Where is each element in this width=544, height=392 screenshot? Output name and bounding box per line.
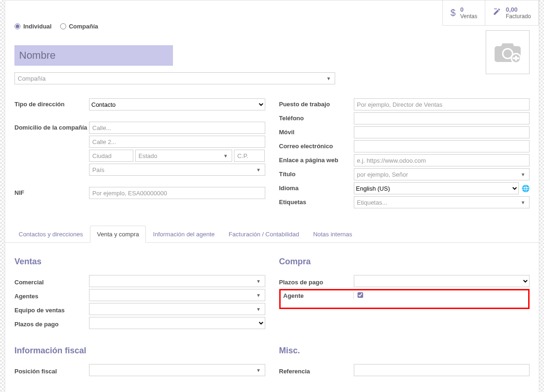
company-combo[interactable]: ▼ <box>14 72 335 84</box>
plazos-pago-venta-label: Plazos de pago <box>14 318 89 328</box>
agente-checkbox[interactable] <box>358 292 363 298</box>
posicion-fiscal-label: Posición fiscal <box>14 365 89 375</box>
estado-input[interactable] <box>136 150 220 161</box>
agentes-input[interactable] <box>90 289 253 301</box>
compra-section-title: Compra <box>279 257 530 267</box>
camera-plus-icon <box>493 41 523 64</box>
stat-ventas-label: Ventas <box>460 13 477 20</box>
dollar-icon: $ <box>450 7 455 18</box>
stat-facturado[interactable]: 0,00 Facturado <box>485 0 539 26</box>
agentes-label: Agentes <box>14 290 89 300</box>
puesto-label: Puesto de trabajo <box>279 98 354 108</box>
cp-input[interactable] <box>234 150 265 162</box>
stat-facturado-value: 0,00 <box>506 6 531 13</box>
correo-input[interactable] <box>354 140 530 152</box>
correo-label: Correo electrónico <box>279 140 354 150</box>
telefono-label: Teléfono <box>279 112 354 122</box>
dropdown-caret-icon[interactable]: ▼ <box>220 153 232 158</box>
tab-contactos[interactable]: Contactos y direcciones <box>12 226 90 243</box>
ventas-section-title: Ventas <box>14 257 265 267</box>
pais-input[interactable] <box>90 164 253 175</box>
radio-compania-input[interactable] <box>60 23 66 29</box>
comercial-combo[interactable]: ▼ <box>89 275 265 287</box>
dropdown-caret-icon[interactable]: ▼ <box>517 172 529 177</box>
puesto-input[interactable] <box>354 98 530 110</box>
posicion-fiscal-input[interactable] <box>90 364 253 376</box>
agente-label: Agente <box>283 292 353 299</box>
comercial-input[interactable] <box>90 275 253 287</box>
etiquetas-combo[interactable]: ▼ <box>354 196 530 208</box>
equipo-ventas-input[interactable] <box>90 303 253 315</box>
dropdown-caret-icon[interactable]: ▼ <box>253 167 265 172</box>
domicilio-label: Domicilio de la compañía <box>14 122 89 131</box>
radio-individual[interactable]: Individual <box>14 23 52 30</box>
tab-notas[interactable]: Notas internas <box>306 226 359 243</box>
stat-facturado-label: Facturado <box>506 13 531 20</box>
misc-title: Misc. <box>279 346 530 356</box>
globe-icon[interactable]: 🌐 <box>522 185 530 192</box>
movil-label: Móvil <box>279 126 354 136</box>
titulo-input[interactable] <box>354 169 517 180</box>
equipo-ventas-combo[interactable]: ▼ <box>89 303 265 315</box>
plazos-pago-venta-select[interactable] <box>89 317 265 329</box>
company-input[interactable] <box>15 73 323 84</box>
ciudad-input[interactable] <box>89 150 133 162</box>
posicion-fiscal-combo[interactable]: ▼ <box>89 364 265 376</box>
tab-facturacion[interactable]: Facturación / Contabilidad <box>222 226 306 243</box>
web-label: Enlace a página web <box>279 154 354 164</box>
movil-input[interactable] <box>354 126 530 138</box>
titulo-combo[interactable]: ▼ <box>354 168 530 180</box>
agentes-combo[interactable]: ▼ <box>89 289 265 301</box>
nif-label: NIF <box>14 187 89 196</box>
stat-ventas-value: 0 <box>460 6 477 13</box>
referencia-input[interactable] <box>354 364 530 376</box>
etiquetas-input[interactable] <box>354 197 517 208</box>
radio-compania[interactable]: Compañía <box>60 23 98 30</box>
equipo-ventas-label: Equipo de ventas <box>14 304 89 314</box>
dropdown-caret-icon[interactable]: ▼ <box>323 76 335 81</box>
nif-input[interactable] <box>89 187 265 199</box>
radio-individual-input[interactable] <box>14 23 21 29</box>
plazos-pago-compra-select[interactable] <box>354 275 530 287</box>
pais-combo[interactable]: ▼ <box>89 164 265 176</box>
image-upload-button[interactable] <box>486 30 530 74</box>
comercial-label: Comercial <box>14 276 89 286</box>
name-input[interactable] <box>14 45 173 66</box>
info-fiscal-title: Información fiscal <box>14 346 265 356</box>
calle2-input[interactable] <box>89 136 265 148</box>
svg-point-1 <box>503 49 512 58</box>
calle-input[interactable] <box>89 122 265 134</box>
pencil-square-icon <box>493 7 501 18</box>
tipo-direccion-select[interactable]: Contacto <box>89 98 265 110</box>
referencia-label: Referencia <box>279 365 354 375</box>
tipo-direccion-label: Tipo de dirección <box>14 98 89 108</box>
tab-venta-compra[interactable]: Venta y compra <box>90 226 146 243</box>
plazos-pago-compra-label: Plazos de pago <box>279 276 354 286</box>
estado-combo[interactable]: ▼ <box>135 150 232 162</box>
dropdown-caret-icon[interactable]: ▼ <box>253 307 265 312</box>
dropdown-caret-icon[interactable]: ▼ <box>253 368 265 373</box>
idioma-select[interactable]: English (US) <box>354 182 519 194</box>
radio-compania-label: Compañía <box>69 23 98 30</box>
stat-ventas[interactable]: $ 0 Ventas <box>443 0 485 26</box>
radio-individual-label: Individual <box>23 23 52 30</box>
tab-info-agente[interactable]: Información del agente <box>146 226 221 243</box>
dropdown-caret-icon[interactable]: ▼ <box>517 200 529 205</box>
idioma-label: Idioma <box>279 182 354 192</box>
telefono-input[interactable] <box>354 112 530 124</box>
agente-highlight-box: Agente <box>279 289 530 309</box>
etiquetas-label: Etiquetas <box>279 196 354 206</box>
dropdown-caret-icon[interactable]: ▼ <box>253 279 265 284</box>
dropdown-caret-icon[interactable]: ▼ <box>253 293 265 298</box>
web-input[interactable] <box>354 154 530 166</box>
titulo-label: Título <box>279 168 354 178</box>
